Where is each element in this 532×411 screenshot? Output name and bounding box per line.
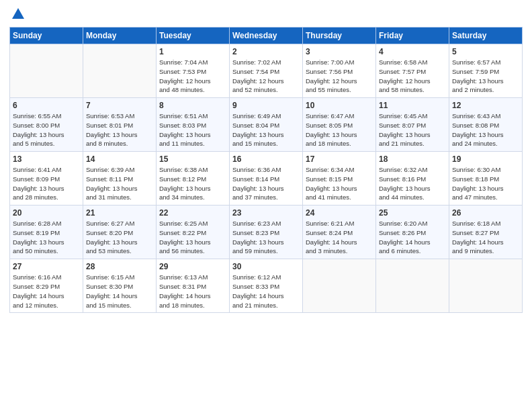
calendar-cell [449, 259, 523, 313]
calendar-cell: 4Sunrise: 6:58 AM Sunset: 7:57 PM Daylig… [376, 44, 449, 98]
calendar-cell: 25Sunrise: 6:20 AM Sunset: 8:26 PM Dayli… [376, 205, 449, 259]
day-number: 8 [159, 101, 226, 110]
calendar-cell: 27Sunrise: 6:16 AM Sunset: 8:29 PM Dayli… [10, 259, 83, 313]
day-info: Sunrise: 6:20 AM Sunset: 8:26 PM Dayligh… [379, 219, 446, 256]
weekday-header-tuesday: Tuesday [157, 28, 230, 44]
calendar-cell [83, 44, 157, 98]
calendar-cell: 9Sunrise: 6:49 AM Sunset: 8:04 PM Daylig… [230, 98, 303, 152]
calendar-cell: 18Sunrise: 6:32 AM Sunset: 8:16 PM Dayli… [376, 152, 449, 205]
day-info: Sunrise: 6:58 AM Sunset: 7:57 PM Dayligh… [379, 58, 446, 95]
calendar-cell [376, 259, 449, 313]
calendar-cell: 24Sunrise: 6:21 AM Sunset: 8:24 PM Dayli… [303, 205, 376, 259]
day-info: Sunrise: 7:02 AM Sunset: 7:54 PM Dayligh… [232, 58, 300, 95]
calendar-cell: 19Sunrise: 6:30 AM Sunset: 8:18 PM Dayli… [449, 152, 523, 205]
calendar-cell: 1Sunrise: 7:04 AM Sunset: 7:53 PM Daylig… [157, 44, 230, 98]
day-number: 29 [159, 262, 226, 271]
calendar-table: SundayMondayTuesdayWednesdayThursdayFrid… [9, 27, 523, 313]
day-info: Sunrise: 6:23 AM Sunset: 8:23 PM Dayligh… [232, 219, 300, 256]
day-number: 11 [379, 101, 446, 110]
day-info: Sunrise: 6:49 AM Sunset: 8:04 PM Dayligh… [232, 111, 300, 148]
day-number: 14 [86, 154, 153, 164]
day-number: 12 [452, 101, 519, 110]
calendar-cell: 21Sunrise: 6:27 AM Sunset: 8:20 PM Dayli… [83, 205, 157, 259]
header [9, 7, 523, 21]
day-info: Sunrise: 6:32 AM Sunset: 8:16 PM Dayligh… [379, 165, 446, 202]
svg-marker-0 [12, 8, 24, 19]
day-number: 18 [379, 154, 446, 164]
weekday-header-saturday: Saturday [449, 28, 523, 44]
day-number: 26 [452, 208, 519, 218]
day-info: Sunrise: 6:28 AM Sunset: 8:19 PM Dayligh… [13, 219, 80, 256]
day-info: Sunrise: 6:13 AM Sunset: 8:31 PM Dayligh… [159, 273, 226, 310]
day-info: Sunrise: 6:18 AM Sunset: 8:27 PM Dayligh… [452, 219, 519, 256]
calendar-cell: 28Sunrise: 6:15 AM Sunset: 8:30 PM Dayli… [83, 259, 157, 313]
logo-icon [11, 7, 26, 21]
weekday-header-wednesday: Wednesday [230, 28, 303, 44]
calendar-cell: 30Sunrise: 6:12 AM Sunset: 8:33 PM Dayli… [230, 259, 303, 313]
day-info: Sunrise: 6:53 AM Sunset: 8:01 PM Dayligh… [86, 111, 153, 148]
day-info: Sunrise: 6:45 AM Sunset: 8:07 PM Dayligh… [379, 111, 446, 148]
page: SundayMondayTuesdayWednesdayThursdayFrid… [0, 0, 532, 411]
day-number: 3 [306, 47, 373, 56]
calendar-cell: 29Sunrise: 6:13 AM Sunset: 8:31 PM Dayli… [157, 259, 230, 313]
day-info: Sunrise: 6:16 AM Sunset: 8:29 PM Dayligh… [13, 273, 80, 310]
day-number: 23 [232, 208, 300, 218]
day-number: 20 [13, 208, 80, 218]
day-number: 21 [86, 208, 153, 218]
day-info: Sunrise: 6:12 AM Sunset: 8:33 PM Dayligh… [232, 273, 300, 310]
day-number: 9 [232, 101, 300, 110]
day-info: Sunrise: 6:27 AM Sunset: 8:20 PM Dayligh… [86, 219, 153, 256]
calendar-cell: 6Sunrise: 6:55 AM Sunset: 8:00 PM Daylig… [10, 98, 83, 152]
day-info: Sunrise: 6:38 AM Sunset: 8:12 PM Dayligh… [159, 165, 226, 202]
day-number: 16 [232, 154, 300, 164]
calendar-cell: 8Sunrise: 6:51 AM Sunset: 8:03 PM Daylig… [157, 98, 230, 152]
calendar-cell: 7Sunrise: 6:53 AM Sunset: 8:01 PM Daylig… [83, 98, 157, 152]
calendar-cell: 10Sunrise: 6:47 AM Sunset: 8:05 PM Dayli… [303, 98, 376, 152]
calendar-cell: 16Sunrise: 6:36 AM Sunset: 8:14 PM Dayli… [230, 152, 303, 205]
day-number: 27 [13, 262, 80, 271]
day-info: Sunrise: 6:30 AM Sunset: 8:18 PM Dayligh… [452, 165, 519, 202]
day-number: 25 [379, 208, 446, 218]
day-info: Sunrise: 6:41 AM Sunset: 8:09 PM Dayligh… [13, 165, 80, 202]
day-number: 19 [452, 154, 519, 164]
calendar-cell: 22Sunrise: 6:25 AM Sunset: 8:22 PM Dayli… [157, 205, 230, 259]
day-info: Sunrise: 7:04 AM Sunset: 7:53 PM Dayligh… [159, 58, 226, 95]
weekday-header-monday: Monday [83, 28, 157, 44]
day-number: 6 [13, 101, 80, 110]
day-info: Sunrise: 6:25 AM Sunset: 8:22 PM Dayligh… [159, 219, 226, 256]
calendar-cell: 11Sunrise: 6:45 AM Sunset: 8:07 PM Dayli… [376, 98, 449, 152]
day-number: 13 [13, 154, 80, 164]
day-info: Sunrise: 6:39 AM Sunset: 8:11 PM Dayligh… [86, 165, 153, 202]
calendar-cell: 14Sunrise: 6:39 AM Sunset: 8:11 PM Dayli… [83, 152, 157, 205]
day-info: Sunrise: 6:47 AM Sunset: 8:05 PM Dayligh… [306, 111, 373, 148]
day-number: 17 [306, 154, 373, 164]
day-number: 22 [159, 208, 226, 218]
day-info: Sunrise: 6:51 AM Sunset: 8:03 PM Dayligh… [159, 111, 226, 148]
calendar-cell: 15Sunrise: 6:38 AM Sunset: 8:12 PM Dayli… [157, 152, 230, 205]
day-info: Sunrise: 6:36 AM Sunset: 8:14 PM Dayligh… [232, 165, 300, 202]
day-info: Sunrise: 6:15 AM Sunset: 8:30 PM Dayligh… [86, 273, 153, 310]
calendar-cell [303, 259, 376, 313]
day-info: Sunrise: 6:43 AM Sunset: 8:08 PM Dayligh… [452, 111, 519, 148]
day-number: 1 [159, 47, 226, 56]
logo [9, 7, 26, 21]
calendar-cell: 5Sunrise: 6:57 AM Sunset: 7:59 PM Daylig… [449, 44, 523, 98]
weekday-header-thursday: Thursday [303, 28, 376, 44]
day-info: Sunrise: 6:21 AM Sunset: 8:24 PM Dayligh… [306, 219, 373, 256]
day-number: 15 [159, 154, 226, 164]
day-number: 10 [306, 101, 373, 110]
day-info: Sunrise: 6:55 AM Sunset: 8:00 PM Dayligh… [13, 111, 80, 148]
calendar-cell: 20Sunrise: 6:28 AM Sunset: 8:19 PM Dayli… [10, 205, 83, 259]
weekday-header-sunday: Sunday [10, 28, 83, 44]
calendar-cell: 17Sunrise: 6:34 AM Sunset: 8:15 PM Dayli… [303, 152, 376, 205]
calendar-cell: 12Sunrise: 6:43 AM Sunset: 8:08 PM Dayli… [449, 98, 523, 152]
day-number: 24 [306, 208, 373, 218]
day-number: 28 [86, 262, 153, 271]
day-info: Sunrise: 6:57 AM Sunset: 7:59 PM Dayligh… [452, 58, 519, 95]
day-number: 5 [452, 47, 519, 56]
calendar-cell: 3Sunrise: 7:00 AM Sunset: 7:56 PM Daylig… [303, 44, 376, 98]
calendar-cell: 13Sunrise: 6:41 AM Sunset: 8:09 PM Dayli… [10, 152, 83, 205]
day-number: 2 [232, 47, 300, 56]
day-info: Sunrise: 7:00 AM Sunset: 7:56 PM Dayligh… [306, 58, 373, 95]
calendar-cell [10, 44, 83, 98]
